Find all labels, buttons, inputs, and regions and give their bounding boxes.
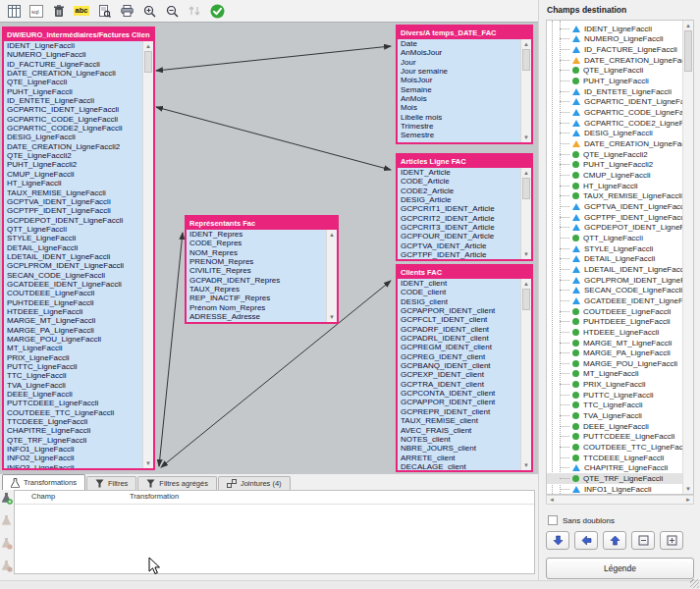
table-field[interactable]: DATE_CREATION_LigneFaccli2 bbox=[4, 142, 153, 151]
destination-field[interactable]: NUMERO_LigneFaccli bbox=[547, 34, 693, 45]
table-field[interactable]: QTT_LigneFaccli bbox=[4, 225, 153, 234]
table-field[interactable]: HTDEEE_LigneFaccli bbox=[4, 307, 153, 316]
scroll-up-icon[interactable]: ▲ bbox=[521, 40, 531, 48]
table-field[interactable]: IDENT_Repres bbox=[187, 230, 337, 239]
destination-field[interactable]: MARGE_POU_LigneFaccli bbox=[547, 358, 693, 369]
validate-icon[interactable] bbox=[209, 3, 225, 19]
zoom-in-icon[interactable] bbox=[141, 3, 157, 19]
table-field[interactable]: QTE_LigneFaccli bbox=[4, 78, 153, 86]
table-scrollbar[interactable]: ▲ ▼ bbox=[326, 230, 337, 322]
table-field[interactable]: CODE_Repres bbox=[187, 239, 337, 247]
tab-jointures[interactable]: Jointures (4) bbox=[218, 476, 291, 490]
table-field[interactable]: DESIG_LigneFaccli bbox=[4, 133, 153, 141]
table-field[interactable]: GCPTPF_IDENT_Article bbox=[398, 250, 531, 259]
tree-hscrollbar[interactable]: ◄ ► bbox=[546, 495, 694, 505]
destination-field[interactable]: PUHT_LigneFaccli2 bbox=[547, 160, 693, 171]
table-field[interactable]: GCPEXP_IDENT_client bbox=[398, 370, 531, 379]
tab-filtres[interactable]: Filtres bbox=[86, 476, 136, 490]
destination-field[interactable]: GCPLPROM_IDENT_LigneFaccli bbox=[547, 275, 693, 286]
destination-tree[interactable]: IDENT_LigneFaccliNUMERO_LigneFaccliID_FA… bbox=[546, 20, 694, 495]
table-field[interactable]: DECALAGE_client bbox=[398, 462, 531, 470]
table-field[interactable]: IDENT_client bbox=[398, 279, 531, 288]
add-transformation-icon[interactable] bbox=[1, 491, 13, 509]
destination-field[interactable]: PUHTDEEE_LigneFaccli bbox=[547, 316, 693, 327]
scroll-up-icon[interactable]: ▲ bbox=[327, 231, 337, 239]
table-field[interactable]: TTCDEEE_LigneFaccli bbox=[4, 417, 153, 426]
preview-icon[interactable] bbox=[96, 3, 112, 19]
table-field[interactable]: ID_FACTURE_LigneFaccli bbox=[4, 60, 153, 69]
table-field[interactable]: PUTTC_LigneFaccli bbox=[4, 362, 153, 371]
tab-filtres-agreges[interactable]: Filtres agrégés bbox=[137, 476, 217, 490]
table-field[interactable]: ARRETE_client bbox=[398, 454, 531, 462]
destination-field[interactable]: GCPDEPOT_IDENT_LigneFaccli bbox=[547, 222, 693, 233]
entity-table-divers[interactable]: Divers/A temps_DATE_FAC DateAnMoisJourJo… bbox=[396, 25, 533, 144]
tree-vscrollbar[interactable]: ▲ ▼ bbox=[682, 21, 693, 494]
table-field[interactable]: HT_LigneFaccli bbox=[4, 179, 153, 187]
tab-transformations[interactable]: Transformations bbox=[2, 474, 85, 490]
destination-field[interactable]: DETAIL_LigneFaccli bbox=[547, 253, 693, 264]
table-field[interactable]: GCPARTIC_IDENT_LigneFaccli bbox=[4, 105, 153, 114]
table-field[interactable]: PUHT_LigneFaccli bbox=[4, 87, 153, 96]
table-field[interactable]: SECAN_CODE_LigneFaccli bbox=[4, 271, 153, 280]
table-field[interactable]: MARGE_POU_LigneFaccli bbox=[4, 335, 153, 344]
table-field[interactable]: PRENOM_Repres bbox=[187, 257, 337, 266]
destination-field[interactable]: DATE_CREATION_LigneFaccli2 bbox=[547, 138, 693, 149]
table-field[interactable]: TAUX_REMISE_client bbox=[398, 416, 531, 425]
table-field[interactable]: NUMERO_LigneFaccli bbox=[4, 50, 153, 59]
destination-field[interactable]: PUHT_LigneFaccli bbox=[547, 76, 693, 86]
destination-field[interactable]: TTCDEEE_LigneFaccli bbox=[547, 453, 693, 463]
table-field[interactable]: PRIX_LigneFaccli bbox=[4, 353, 153, 362]
table-field[interactable]: QTE_TRF_LigneFaccli bbox=[4, 436, 153, 445]
table-field[interactable]: GCPARTIC_CODE_LigneFaccli bbox=[4, 115, 153, 124]
sql-icon[interactable]: sql bbox=[28, 3, 44, 19]
table-field[interactable]: Prénom Nom_Repres bbox=[187, 303, 337, 312]
scroll-thumb[interactable] bbox=[684, 30, 692, 72]
scroll-down-icon[interactable]: ▼ bbox=[521, 461, 531, 469]
table-field[interactable]: GCPFCLT_IDENT_client bbox=[398, 315, 531, 324]
table-field[interactable]: Semaine bbox=[398, 85, 531, 94]
destination-field[interactable]: GCPARTIC_CODE_LigneFaccli bbox=[547, 107, 693, 118]
table-field[interactable]: Jour semaine bbox=[398, 67, 531, 76]
table-field[interactable]: GCPTPF_IDENT_LigneFaccli bbox=[4, 206, 153, 215]
entity-table-representants[interactable]: Représentants Fac IDENT_RepresCODE_Repre… bbox=[185, 215, 339, 324]
table-field[interactable]: GCPTRA_IDENT_client bbox=[398, 380, 531, 389]
table-field[interactable]: GCPAPPOR_IDENT_client bbox=[398, 398, 531, 406]
destination-field[interactable]: LDETAIL_IDENT_LigneFaccli bbox=[547, 264, 693, 275]
table-field[interactable]: GCPADR_IDENT_Repres bbox=[187, 276, 337, 285]
table-field[interactable]: GCPARTIC_CODE2_LigneFaccli bbox=[4, 124, 153, 133]
table-field[interactable]: Trimestre bbox=[398, 122, 531, 131]
table-field[interactable]: GCPREPR_IDENT_client bbox=[398, 407, 531, 416]
entity-table-factures[interactable]: DW/EURO_Intermédiaires/Factures Clien ID… bbox=[2, 27, 155, 470]
destination-field[interactable]: CHAPITRE_LigneFaccli bbox=[547, 463, 693, 474]
entity-table-clients[interactable]: Clients FAC IDENT_clientCODE_clientDESIG… bbox=[396, 264, 533, 472]
table-field[interactable]: CHAPITRE_LigneFaccli bbox=[4, 426, 153, 435]
table-title[interactable]: DW/EURO_Intermédiaires/Factures Clien bbox=[4, 28, 153, 41]
zoom-out-icon[interactable] bbox=[164, 3, 180, 19]
destination-field[interactable]: MARGE_PA_LigneFaccli bbox=[547, 348, 693, 358]
scroll-down-icon[interactable]: ▼ bbox=[143, 459, 153, 467]
destination-field[interactable]: GCATDEEE_IDENT_LigneFaccli bbox=[547, 295, 693, 306]
table-field[interactable]: GCPBANQ_IDENT_client bbox=[398, 361, 531, 370]
destination-field[interactable]: GCPTVA_IDENT_LigneFaccli bbox=[547, 201, 693, 212]
table-field[interactable]: CIVILITE_Repres bbox=[187, 266, 337, 275]
table-field[interactable]: Mois bbox=[398, 103, 531, 112]
table-field[interactable]: INFO1_LigneFaccli bbox=[4, 445, 153, 454]
scroll-thumb[interactable] bbox=[144, 51, 152, 73]
destination-field[interactable]: HT_LigneFaccli bbox=[547, 181, 693, 191]
table-field[interactable]: CODE_client bbox=[398, 288, 531, 296]
scroll-up-icon[interactable]: ▲ bbox=[521, 169, 531, 177]
destination-field[interactable]: MT_LigneFaccli bbox=[547, 369, 693, 380]
table-field[interactable]: DEEE_LigneFaccli bbox=[4, 390, 153, 399]
table-field[interactable]: CODE2_Article bbox=[398, 187, 531, 195]
table-field[interactable]: QTE_LigneFaccli2 bbox=[4, 151, 153, 160]
destination-field[interactable]: GCPARTIC_IDENT_LigneFaccli bbox=[547, 97, 693, 108]
destination-field[interactable]: COUTDEEE_LigneFaccli bbox=[547, 306, 693, 317]
destination-field[interactable]: QTE_LigneFaccli bbox=[547, 66, 693, 77]
table-field[interactable]: DESIG_client bbox=[398, 297, 531, 306]
table-field[interactable]: LDETAIL_IDENT_LigneFaccli bbox=[4, 252, 153, 261]
table-field[interactable]: MoisJour bbox=[398, 76, 531, 84]
destination-field[interactable]: HTDEEE_LigneFaccli bbox=[547, 327, 693, 338]
diagram-canvas[interactable]: DW/EURO_Intermédiaires/Factures Clien ID… bbox=[0, 22, 538, 474]
table-field[interactable]: GCPREGM_IDENT_client bbox=[398, 343, 531, 351]
scroll-down-icon[interactable]: ▼ bbox=[521, 134, 531, 141]
